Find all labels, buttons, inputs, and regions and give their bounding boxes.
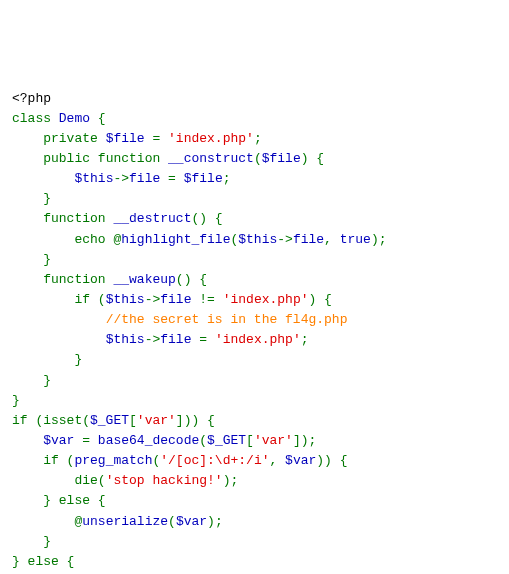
code-line: class Demo { [12, 109, 497, 129]
code-token: $this [74, 171, 113, 186]
code-token [12, 453, 43, 468]
code-token [12, 131, 43, 146]
code-line: $this->file = $file; [12, 169, 497, 189]
code-line: public function __construct($file) { [12, 149, 497, 169]
code-token: $_GET [207, 433, 246, 448]
code-token: __wakeup [113, 272, 175, 287]
code-token [12, 433, 43, 448]
code-token [12, 292, 74, 307]
code-token: { [98, 111, 106, 126]
code-token: $this [238, 232, 277, 247]
code-token: ; [223, 171, 239, 186]
code-token: $var [176, 514, 207, 529]
code-token: -> [113, 171, 129, 186]
code-line: if (preg_match('/[oc]:\d+:/i', $var)) { [12, 451, 497, 471]
code-line: if (isset($_GET['var'])) { [12, 411, 497, 431]
code-token [12, 473, 74, 488]
code-token: 'var' [254, 433, 293, 448]
code-token: ( [168, 514, 176, 529]
code-token: $file [106, 131, 153, 146]
code-token: ) { [309, 292, 340, 307]
code-line: } [12, 371, 497, 391]
code-token: = [82, 433, 98, 448]
code-line: } [12, 532, 497, 552]
code-line: die('stop hacking!'); [12, 471, 497, 491]
code-token [12, 211, 43, 226]
code-token: )) { [316, 453, 355, 468]
code-token: 'index.php' [168, 131, 254, 146]
code-token: $file [262, 151, 301, 166]
code-token [12, 332, 106, 347]
code-token: ( [254, 151, 262, 166]
code-token: } [12, 393, 20, 408]
code-line: } [12, 391, 497, 411]
code-token: () { [176, 272, 215, 287]
code-token: ( [199, 433, 207, 448]
code-line: @unserialize($var); [12, 512, 497, 532]
code-line: $var = base64_decode($_GET['var']); [12, 431, 497, 451]
code-token: -> [277, 232, 293, 247]
code-token: ; [254, 131, 262, 146]
code-line: function __wakeup() { [12, 270, 497, 290]
code-token: die( [74, 473, 105, 488]
code-token: , [324, 232, 340, 247]
code-token: ); [371, 232, 394, 247]
code-token [12, 151, 43, 166]
code-token: ); [223, 473, 246, 488]
code-line: } [12, 189, 497, 209]
code-token: if (isset( [12, 413, 90, 428]
code-line: function __destruct() { [12, 209, 497, 229]
code-token: private [43, 131, 105, 146]
code-token: } [43, 191, 51, 206]
code-token: ; [301, 332, 317, 347]
code-token: [ [129, 413, 137, 428]
code-line: } else { [12, 552, 497, 572]
code-token: function [43, 272, 113, 287]
code-token: 'index.php' [215, 332, 301, 347]
code-line: <?php [12, 89, 497, 109]
code-token: } else { [12, 554, 82, 569]
code-token [12, 352, 74, 367]
code-token: $this [106, 292, 145, 307]
code-token: public function [43, 151, 168, 166]
code-token: -> [145, 332, 161, 347]
code-token: = [152, 131, 168, 146]
code-token [12, 171, 74, 186]
code-token: class [12, 111, 59, 126]
code-token: '/[oc]:\d+:/i' [160, 453, 269, 468]
code-token: 'stop hacking!' [106, 473, 223, 488]
code-token: $_GET [90, 413, 129, 428]
code-token [12, 232, 74, 247]
code-token: 'var' [137, 413, 176, 428]
code-token: base64_decode [98, 433, 199, 448]
code-token: highlight_file [121, 232, 230, 247]
code-line: } [12, 250, 497, 270]
code-token [12, 373, 43, 388]
code-token: __destruct [113, 211, 191, 226]
code-token: <?php [12, 91, 51, 106]
code-line: $this->file = 'index.php'; [12, 330, 497, 350]
code-token: function [43, 211, 113, 226]
code-token: ); [207, 514, 230, 529]
code-token: } [43, 252, 51, 267]
code-token: $var [43, 433, 82, 448]
code-token: $file [184, 171, 223, 186]
code-token [12, 534, 43, 549]
code-token: //the secret is in the fl4g.php [106, 312, 348, 327]
code-token [12, 312, 106, 327]
code-line: if ($this->file != 'index.php') { [12, 290, 497, 310]
code-token: ])) { [176, 413, 223, 428]
code-block: <?phpclass Demo { private $file = 'index… [12, 89, 497, 574]
code-token: ) { [301, 151, 332, 166]
code-line: } [12, 350, 497, 370]
code-token: if ( [74, 292, 105, 307]
code-token: = [168, 171, 184, 186]
code-token: file [129, 171, 168, 186]
code-token [12, 272, 43, 287]
code-token [12, 493, 43, 508]
code-token: } else { [43, 493, 105, 508]
code-token: } [74, 352, 90, 367]
code-token: $var [285, 453, 316, 468]
code-token [12, 514, 74, 529]
code-token: file [160, 332, 199, 347]
